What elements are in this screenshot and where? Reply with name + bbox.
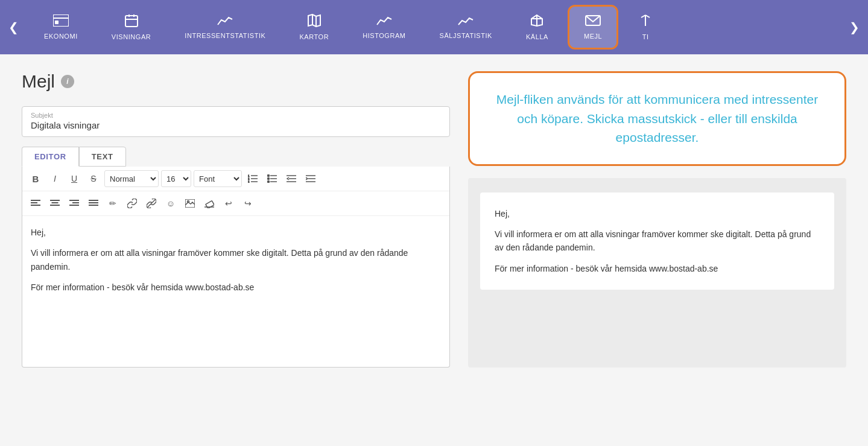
- saljstatistik-icon: [458, 15, 474, 28]
- nav-item-ti[interactable]: TI: [621, 0, 670, 54]
- svg-rect-47: [89, 205, 98, 206]
- svg-rect-40: [52, 202, 59, 203]
- nav-item-intressentstatistik[interactable]: INTRESSENTSTATISTIK: [168, 0, 282, 54]
- svg-marker-7: [308, 14, 320, 27]
- pencil-button[interactable]: ✏: [104, 195, 121, 212]
- toolbar-row-2: ✏ ☺ ↩ ↪: [22, 191, 449, 216]
- nav-item-kartor-label: KARTOR: [299, 33, 329, 40]
- nav-item-visningar[interactable]: VISNINGAR: [95, 0, 168, 54]
- size-select[interactable]: 16 14 18 20 24: [161, 170, 191, 187]
- visningar-icon: [125, 14, 138, 30]
- nav-item-saljstatistik[interactable]: SÄLJSTATISTIK: [423, 0, 509, 54]
- nav-item-kartor[interactable]: KARTOR: [282, 0, 346, 54]
- nav-items-list: EKONOMI VISNINGAR INTRESSENTSTATISTIK KA…: [27, 0, 841, 54]
- nav-item-mejl[interactable]: MEJL: [568, 5, 618, 49]
- nav-item-mejl-label: MEJL: [584, 33, 602, 40]
- tab-text[interactable]: TEXT: [79, 147, 126, 167]
- nav-item-ti-label: TI: [642, 33, 649, 40]
- tab-editor[interactable]: EDITOR: [22, 147, 79, 167]
- nav-item-saljstatistik-label: SÄLJSTATISTIK: [440, 32, 492, 39]
- email-line1: Hej,: [31, 226, 441, 239]
- underline-button[interactable]: U: [66, 170, 83, 187]
- strikethrough-button[interactable]: S: [85, 170, 102, 187]
- emoji-button[interactable]: ☺: [162, 195, 179, 212]
- svg-rect-3: [125, 16, 138, 27]
- align-right-button[interactable]: [66, 195, 83, 212]
- svg-point-26: [268, 175, 270, 177]
- nav-item-ekonomi-label: EKONOMI: [44, 33, 78, 40]
- svg-rect-46: [89, 202, 98, 203]
- email-line3: För mer information - besök vår hemsida …: [31, 281, 441, 294]
- svg-line-48: [148, 200, 155, 207]
- align-center-button[interactable]: [46, 195, 63, 212]
- svg-line-16: [645, 15, 650, 18]
- eraser-button[interactable]: [201, 195, 218, 212]
- nav-prev-arrow[interactable]: ❮: [0, 0, 27, 54]
- kartor-icon: [308, 14, 321, 30]
- svg-rect-42: [69, 200, 79, 201]
- list-unordered-button[interactable]: [264, 170, 280, 187]
- image-button[interactable]: [182, 195, 198, 212]
- kalla-icon: [529, 14, 545, 30]
- indent-increase-button[interactable]: [302, 170, 319, 187]
- tooltip-text: Mejl-fliken används för att kommunicera …: [484, 90, 830, 147]
- email-preview-inner: Hej, Vi vill informera er om att alla vi…: [480, 193, 834, 290]
- email-line2: Vi vill informera er om att alla visning…: [31, 246, 441, 273]
- svg-text:3: 3: [248, 180, 250, 183]
- svg-rect-37: [31, 205, 40, 206]
- italic-button[interactable]: I: [46, 170, 63, 187]
- editor-box: B I U S Normal Heading 1 Heading 2 16 14…: [22, 167, 450, 368]
- svg-rect-35: [31, 200, 40, 201]
- svg-line-15: [641, 15, 645, 18]
- nav-item-histogram-label: HISTOGRAM: [363, 32, 405, 39]
- top-navigation: ❮ EKONOMI VISNINGAR INTRESSENTSTATISTIK …: [0, 0, 868, 54]
- info-icon[interactable]: i: [61, 75, 74, 88]
- mejl-icon: [585, 14, 601, 29]
- tooltip-box: Mejl-fliken används för att kommunicera …: [468, 71, 846, 166]
- right-panel: Mejl-fliken används för att kommunicera …: [468, 71, 846, 368]
- editor-content[interactable]: Hej, Vi vill informera er om att alla vi…: [22, 216, 449, 367]
- editor-tabs: EDITOR TEXT: [22, 147, 450, 167]
- nav-item-kalla[interactable]: KÄLLA: [509, 0, 565, 54]
- bold-button[interactable]: B: [27, 170, 44, 187]
- histogram-icon: [376, 15, 392, 28]
- nav-item-intressentstatistik-label: INTRESSENTSTATISTIK: [185, 32, 265, 39]
- nav-item-ekonomi[interactable]: EKONOMI: [27, 0, 95, 54]
- nav-item-visningar-label: VISNINGAR: [112, 33, 151, 40]
- style-select[interactable]: Normal Heading 1 Heading 2: [104, 170, 159, 187]
- svg-rect-41: [50, 205, 60, 206]
- toolbar-row-1: B I U S Normal Heading 1 Heading 2 16 14…: [22, 167, 449, 191]
- align-left-button[interactable]: [27, 195, 44, 212]
- svg-point-27: [268, 178, 270, 180]
- svg-rect-43: [72, 202, 79, 203]
- page-title-row: Mejl i: [22, 71, 450, 92]
- subject-field[interactable]: Subjekt Digitala visningar: [22, 106, 450, 137]
- undo-button[interactable]: ↩: [220, 195, 237, 212]
- redo-button[interactable]: ↪: [239, 195, 256, 212]
- nav-item-kalla-label: KÄLLA: [526, 33, 548, 40]
- list-ordered-button[interactable]: 123: [244, 170, 261, 187]
- preview-line1: Hej,: [495, 207, 820, 220]
- font-select[interactable]: Font Arial Georgia: [194, 170, 242, 187]
- svg-rect-39: [50, 200, 60, 201]
- main-content: Mejl i Subjekt Digitala visningar EDITOR…: [0, 54, 868, 384]
- intressentstatistik-icon: [217, 15, 233, 28]
- nav-next-arrow[interactable]: ❯: [841, 0, 868, 54]
- align-justify-button[interactable]: [85, 195, 102, 212]
- svg-rect-45: [89, 200, 98, 201]
- svg-rect-2: [55, 21, 59, 24]
- unlink-button[interactable]: [143, 195, 160, 212]
- subject-value: Digitala visningar: [31, 120, 441, 130]
- svg-rect-36: [31, 202, 37, 203]
- email-preview: Hej, Vi vill informera er om att alla vi…: [468, 178, 846, 368]
- indent-decrease-button[interactable]: [283, 170, 300, 187]
- subject-label: Subjekt: [31, 112, 441, 119]
- preview-line2: Vi vill informera er om att alla visning…: [495, 228, 820, 255]
- svg-point-28: [268, 181, 270, 183]
- link-button[interactable]: [124, 195, 141, 212]
- page-title: Mejl: [22, 71, 55, 92]
- nav-item-histogram[interactable]: HISTOGRAM: [346, 0, 422, 54]
- preview-line3: För mer information - besök vår hemsida …: [495, 262, 820, 275]
- ekonomi-icon: [53, 14, 69, 29]
- ti-icon: [638, 14, 653, 30]
